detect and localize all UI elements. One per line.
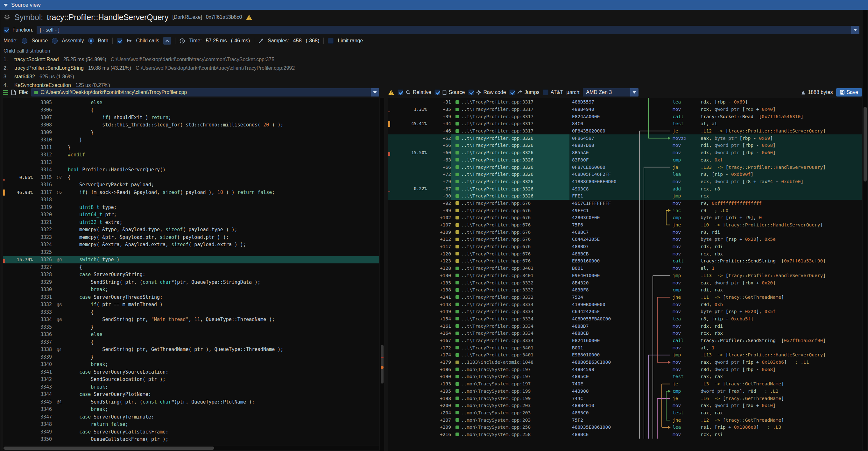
source-line[interactable]: 3332@3 if( ptr == m_mainThread ) (3, 301, 379, 309)
source-line[interactable]: 3309 } (3, 129, 379, 136)
asm-row[interactable]: +174..t\TracyProfiler.cpp:3401E9B8010000… (388, 351, 862, 359)
function-checkbox[interactable] (3, 27, 9, 33)
asm-row[interactable]: +161..t\TracyProfiler.cpp:3334488BD7movr… (388, 322, 862, 330)
asm-row[interactable]: +138..t\TracyProfiler.cpp:3332483BF8cmpr… (388, 286, 862, 294)
asm-row[interactable]: +102..t\TracyProfiler.hpp:67642803C0F00c… (388, 214, 862, 221)
asm-row[interactable]: +99..t\TracyProfiler.hpp:67649FFC1incr9 … (388, 207, 862, 214)
source-line[interactable]: 3328 case ServerQueryString: (3, 271, 379, 279)
source-checkbox[interactable] (434, 90, 440, 95)
hscroll-thumb[interactable] (3, 447, 214, 450)
asm-row[interactable]: 45.41%+44..t\TracyProfiler.cpp:331784C0t… (388, 120, 862, 127)
asm-row[interactable]: +209..mon\TracySystem.cpp:258488D35E8861… (388, 424, 862, 431)
source-line[interactable]: 3308 std::this_thread::sleep_for( std::c… (3, 121, 379, 129)
asm-row[interactable]: +109..t\TracyProfiler.hpp:6764C8BC7movr8… (388, 229, 862, 236)
source-line[interactable]: 3330 break; (3, 286, 379, 294)
asm-row[interactable]: +179..1103\include\atomic:1048488B05B63C… (388, 359, 862, 366)
source-hscrollbar[interactable] (3, 446, 379, 450)
source-line[interactable]: 3325 (3, 248, 379, 256)
asm-row[interactable]: 0.22%+87..t\TracyProfiler.cpp:33264903C8… (388, 185, 862, 192)
asm-row[interactable]: +123..t\TracyProfiler.hpp:676E850160000c… (388, 257, 862, 265)
source-line[interactable]: 3337 { (3, 338, 379, 346)
source-line[interactable]: 3349 case ServerQueryCallstackFrame: (3, 428, 379, 436)
source-line[interactable]: 3338@1 SendString( ptr, GetThreadName( p… (3, 346, 379, 354)
asm-row[interactable]: 15.50%+60..t\TracyProfiler.cpp:33268B55A… (388, 149, 862, 156)
window-vscroll-thumb[interactable] (864, 107, 867, 182)
source-line[interactable]: 3333 { (3, 308, 379, 316)
source-line[interactable]: 3321 uint32_t extra; (3, 218, 379, 226)
source-line[interactable]: 3340 break; (3, 361, 379, 368)
asm-row[interactable]: +149..t\TracyProfiler.cpp:3334C64424205F… (388, 308, 862, 315)
child-calls-expand-button[interactable] (163, 37, 171, 44)
asm-row[interactable]: +186..mon\TracySystem.cpp:197448B4598mov… (388, 366, 862, 373)
source-line[interactable]: 3316 ServerQueryPacket payload; (3, 181, 379, 189)
asm-row[interactable]: +56..t\TracyProfiler.cpp:3326488B7D98mov… (388, 142, 862, 149)
source-line[interactable]: 3350 QueueCallstackFrame( ptr ); (3, 436, 379, 443)
limit-range-checkbox[interactable] (328, 38, 334, 43)
source-line[interactable]: 0.66%3315@7{ (3, 174, 379, 181)
source-line[interactable]: 15.79%3326@9 switch( type ) (3, 256, 379, 264)
source-line[interactable]: 3327 { (3, 263, 379, 271)
source-line[interactable]: 3348 return false; (3, 421, 379, 428)
relative-checkbox[interactable] (398, 90, 403, 95)
asm-row[interactable]: +190..mon\TracySystem.cpp:1974885C0testr… (388, 373, 862, 380)
chevron-down-icon[interactable] (630, 88, 639, 96)
vscroll-thumb[interactable] (381, 345, 383, 384)
asm-row[interactable]: +130..t\TracyProfiler.cpp:3401E9E4010000… (388, 272, 862, 279)
jumps-checkbox[interactable] (509, 90, 515, 95)
mode-radio-assembly[interactable] (52, 38, 58, 43)
source-line[interactable]: 3314bool Profiler::HandleServerQuery() (3, 166, 379, 174)
asm-row[interactable]: 1.31%+35..t\TracyProfiler.cpp:3317488B49… (388, 106, 862, 113)
child-calls-checkbox[interactable] (117, 38, 123, 43)
source-line[interactable]: 3310 } (3, 136, 379, 144)
source-line[interactable]: 3323 memcpy( &ptr, &payload.ptr, sizeof(… (3, 234, 379, 241)
source-line[interactable]: 3307 if( shouldExit ) return; (3, 114, 379, 121)
asm-row[interactable]: +46..t\TracyProfiler.cpp:33170F843502000… (388, 127, 862, 135)
source-line[interactable]: 3322 memcpy( &type, &payload.type, sizeo… (3, 226, 379, 234)
source-line[interactable]: 3346 break; (3, 406, 379, 413)
asm-row[interactable]: +164..t\TracyProfiler.cpp:3334488BCBmovr… (388, 330, 862, 337)
chevron-down-icon[interactable] (371, 88, 379, 96)
asm-row[interactable]: +200..mon\TracySystem.cpp:203488B4010mov… (388, 402, 862, 409)
asm-row[interactable]: +195..mon\TracySystem.cpp:199443900cmpdw… (388, 388, 862, 395)
function-combo[interactable]: [ - self - ] (37, 26, 859, 34)
asm-row[interactable]: +193..mon\TracySystem.cpp:197740Eje.L3 -… (388, 380, 862, 388)
source-line[interactable]: 3324 memcpy( &extra, &payload.extra, siz… (3, 241, 379, 249)
asm-row[interactable]: +216..mon\TracySystem.cpp:258488BCEmovrc… (388, 431, 862, 438)
source-line[interactable]: 3320 uint64_t ptr; (3, 211, 379, 219)
asm-row[interactable]: +39..t\TracyProfiler.cpp:3317E824AA0000c… (388, 113, 862, 120)
source-line[interactable]: 46.93%3317@5 if( !m_sock->Read( &payload… (3, 188, 379, 196)
source-line[interactable]: 3305 else (3, 99, 379, 107)
source-line[interactable]: 3329 SendString( ptr, (const char*)ptr, … (3, 278, 379, 286)
asm-row[interactable]: +207..mon\TracySystem.cpp:20375F2jne.L2 … (388, 416, 862, 424)
rawcode-checkbox[interactable] (468, 90, 474, 95)
asm-row[interactable]: +143..t\TracyProfiler.cpp:333441B90B0000… (388, 301, 862, 308)
child-call-item[interactable]: 1.tracy::Socket::Read25.25 ms (54.89%)C:… (3, 55, 859, 64)
source-line[interactable]: 3319 uint8_t type; (3, 204, 379, 211)
asm-row[interactable]: +52..t\TracyProfiler.cpp:33260FB64597mov… (388, 134, 862, 142)
window-vscrollbar[interactable] (863, 10, 867, 450)
asm-row[interactable]: +204..mon\TracySystem.cpp:2034885C0testr… (388, 409, 862, 417)
window-titlebar[interactable]: Source view (0, 0, 868, 10)
source-line[interactable]: 3339 } (3, 353, 379, 361)
source-line[interactable]: 3318 (3, 196, 379, 204)
uarch-combo[interactable]: AMD Zen 3 (583, 88, 639, 96)
source-line[interactable]: 3347 case ServerQueryTerminate: (3, 413, 379, 421)
source-line[interactable]: 3335 } (3, 323, 379, 331)
asm-row[interactable]: +90..t\TracyProfiler.cpp:3326FFE1jmprcx (388, 192, 862, 200)
source-line[interactable]: 3312#endif (3, 151, 379, 159)
child-call-item[interactable]: 2.tracy::Profiler::SendLongString19.88 m… (3, 64, 859, 72)
asm-row[interactable]: +128..t\TracyProfiler.cpp:3401B001moval,… (388, 265, 862, 272)
source-line[interactable]: 3343 break; (3, 383, 379, 391)
asm-row[interactable]: +112..t\TracyProfiler.hpp:676C64424205Em… (388, 236, 862, 243)
asm-row[interactable]: +167..t\TracyProfiler.cpp:3334E824160000… (388, 337, 862, 344)
asm-row[interactable]: +172..t\TracyProfiler.cpp:3401B001moval,… (388, 344, 862, 351)
asm-row[interactable]: +72..t\TracyProfiler.cpp:33264C8D05F146F… (388, 171, 862, 178)
collapse-icon[interactable] (3, 4, 8, 7)
source-line[interactable]: 3336 else (3, 331, 379, 338)
source-line[interactable]: 3313 (3, 159, 379, 166)
child-call-item[interactable]: 4.KeSynchronizeExecution125 µs (0.27%) (3, 81, 859, 87)
asm-row[interactable]: +120..t\TracyProfiler.hpp:676488BCBmovrc… (388, 250, 862, 257)
source-line[interactable]: 3334@6 SendString( ptr, "Main thread", 1… (3, 316, 379, 324)
asm-row[interactable]: +79..t\TracyProfiler.cpp:3326418B8C80E0B… (388, 178, 862, 185)
asm-row[interactable]: +92..t\TracyProfiler.hpp:67649C7C1FFFFFF… (388, 200, 862, 207)
